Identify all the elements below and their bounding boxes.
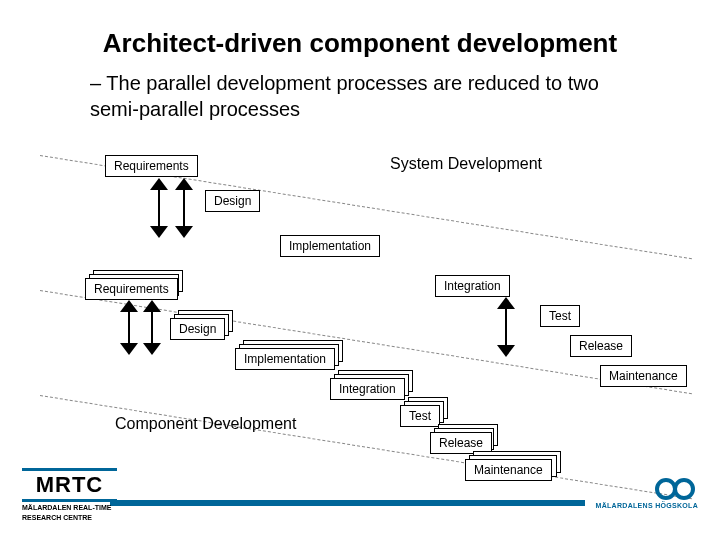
mrtc-logo: MRTC MÄLARDALEN REAL-TIME RESEARCH CENTR… [22, 468, 117, 521]
footer-divider [110, 500, 585, 506]
comp-design: Design [170, 318, 225, 340]
sys-design: Design [205, 190, 260, 212]
slide-subtitle: – The parallel development processes are… [90, 70, 650, 122]
system-development-label: System Development [390, 155, 542, 173]
sys-release: Release [570, 335, 632, 357]
sys-implementation: Implementation [280, 235, 380, 257]
mrtc-subtitle-1: MÄLARDALEN REAL-TIME [22, 504, 117, 512]
svg-point-0 [657, 480, 675, 498]
comp-integration: Integration [330, 378, 405, 400]
mrtc-subtitle-2: RESEARCH CENTRE [22, 514, 117, 522]
mdh-logo: MÄLARDALENS HÖGSKOLA [596, 478, 698, 509]
svg-point-1 [675, 480, 693, 498]
sys-test: Test [540, 305, 580, 327]
dashed-guide [40, 395, 692, 499]
sys-requirements: Requirements [105, 155, 198, 177]
mdh-logo-icon [652, 478, 698, 500]
sys-maintenance: Maintenance [600, 365, 687, 387]
comp-requirements: Requirements [85, 278, 178, 300]
comp-implementation: Implementation [235, 348, 335, 370]
mrtc-logo-text: MRTC [22, 468, 117, 502]
mdh-text: MÄLARDALENS HÖGSKOLA [596, 502, 698, 509]
comp-maintenance: Maintenance [465, 459, 552, 481]
sys-integration: Integration [435, 275, 510, 297]
component-development-label: Component Development [115, 415, 296, 433]
slide-title: Architect-driven component development [0, 28, 720, 59]
comp-test: Test [400, 405, 440, 427]
